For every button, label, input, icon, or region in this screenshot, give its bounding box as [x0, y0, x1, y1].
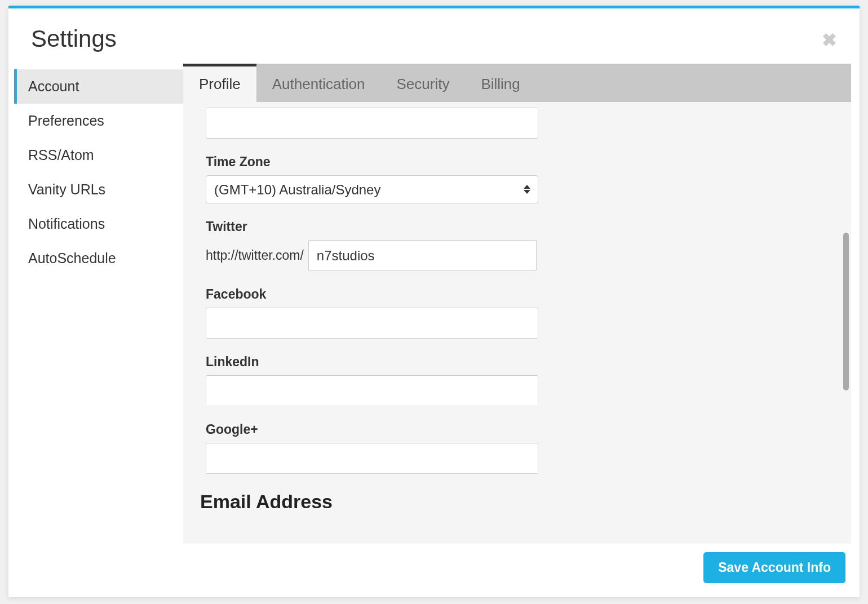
tab-security[interactable]: Security [381, 66, 466, 102]
sidebar-item-rss-atom[interactable]: RSS/Atom [14, 138, 183, 172]
sidebar: Account Preferences RSS/Atom Vanity URLs… [8, 64, 183, 544]
sidebar-item-label: Preferences [28, 113, 104, 128]
sidebar-item-account[interactable]: Account [14, 69, 183, 104]
twitter-row: http://twitter.com/ [206, 240, 829, 271]
facebook-label: Facebook [206, 287, 829, 302]
facebook-input[interactable] [206, 308, 538, 339]
twitter-input[interactable] [308, 240, 537, 271]
save-button-label: Save Account Info [718, 560, 831, 575]
top-input[interactable] [206, 108, 538, 139]
sidebar-item-label: Vanity URLs [28, 181, 105, 197]
close-icon[interactable]: ✖ [822, 31, 837, 49]
tab-profile[interactable]: Profile [183, 64, 256, 102]
sidebar-item-preferences[interactable]: Preferences [14, 104, 183, 138]
sidebar-item-vanity-urls[interactable]: Vanity URLs [14, 172, 183, 207]
tab-label: Security [397, 76, 450, 92]
form-group-facebook: Facebook [206, 287, 829, 339]
twitter-url-prefix: http://twitter.com/ [206, 248, 304, 263]
tab-label: Authentication [272, 76, 365, 92]
form-group-top [206, 108, 829, 139]
save-account-info-button[interactable]: Save Account Info [703, 552, 845, 583]
tab-label: Billing [481, 76, 520, 92]
sidebar-item-notifications[interactable]: Notifications [14, 207, 183, 241]
form-group-timezone: Time Zone (GMT+10) Australia/Sydney [206, 154, 829, 203]
timezone-label: Time Zone [206, 154, 829, 170]
modal-header: Settings ✖ [8, 8, 860, 64]
tab-authentication[interactable]: Authentication [256, 66, 381, 102]
form-group-linkedin: LinkedIn [206, 354, 829, 406]
form-group-google: Google+ [206, 422, 829, 474]
sidebar-item-autoschedule[interactable]: AutoSchedule [14, 241, 183, 276]
tabs-bar: Profile Authentication Security Billing [183, 64, 851, 102]
modal-footer: Save Account Info [8, 544, 860, 597]
email-heading: Email Address [200, 491, 829, 513]
modal-title: Settings [31, 25, 117, 52]
form-area: Time Zone (GMT+10) Australia/Sydney Twit… [183, 102, 851, 544]
timezone-select-wrapper: (GMT+10) Australia/Sydney [206, 175, 538, 203]
scrollbar[interactable] [843, 233, 849, 390]
tab-billing[interactable]: Billing [465, 66, 535, 102]
sidebar-item-label: Account [28, 78, 79, 94]
google-label: Google+ [206, 422, 829, 437]
linkedin-label: LinkedIn [206, 354, 829, 370]
content-area: Profile Authentication Security Billing … [183, 64, 851, 544]
google-input[interactable] [206, 443, 538, 474]
sidebar-item-label: Notifications [28, 216, 105, 232]
sidebar-item-label: RSS/Atom [28, 147, 94, 163]
tab-label: Profile [199, 76, 241, 92]
settings-modal: Settings ✖ Account Preferences RSS/Atom … [8, 6, 860, 597]
twitter-label: Twitter [206, 219, 829, 234]
linkedin-input[interactable] [206, 375, 538, 406]
sidebar-item-label: AutoSchedule [28, 250, 116, 266]
timezone-select[interactable]: (GMT+10) Australia/Sydney [206, 175, 538, 203]
form-group-twitter: Twitter http://twitter.com/ [206, 219, 829, 271]
modal-body: Account Preferences RSS/Atom Vanity URLs… [8, 64, 860, 544]
